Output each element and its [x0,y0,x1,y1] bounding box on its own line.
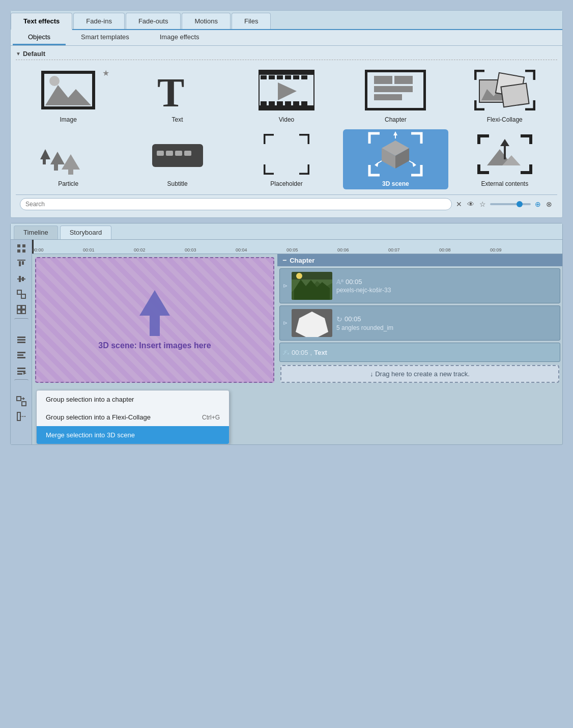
svg-rect-28 [501,83,529,107]
text-track-display: 𝓕ₓ 00:05, Text [283,349,557,356]
context-item-3d-scene[interactable]: Merge selection into 3D scene [37,426,229,444]
svg-rect-6 [259,105,314,110]
insert-zone[interactable]: 3D scene: Insert images here [35,257,274,383]
ruler-mark-2: 00:02 [134,247,146,253]
tl-btn-align-mid[interactable] [14,272,29,286]
tl-btn-line1 [14,318,28,331]
eye-icon[interactable]: 👁 [466,199,475,209]
object-item-image[interactable]: ★ Image [16,65,121,125]
svg-rect-66 [22,305,25,309]
svg-marker-29 [40,149,50,159]
svg-rect-18 [301,101,307,105]
chapter-label: Chapter [290,257,314,264]
object-item-placeholder[interactable]: Placeholder [234,129,339,189]
time-ruler: 00:00 00:01 00:02 00:03 00:04 00:05 00:0… [32,240,562,254]
svg-rect-39 [184,151,191,156]
svg-rect-83 [17,412,20,421]
ruler-mark-3: 00:03 [185,247,196,253]
object-item-particle[interactable]: Particle [16,129,121,189]
timeline-tabs: Timeline Storyboard [11,223,562,240]
tl-btn-stack3[interactable] [14,364,29,377]
svg-point-89 [296,273,302,279]
svg-rect-70 [17,339,25,341]
tl-btn-stack2[interactable] [14,349,29,362]
timeline-toolbar [11,240,32,444]
object-item-text[interactable]: T Text [125,65,230,125]
tab-text-effects[interactable]: Text effects [11,13,72,30]
tab-smart-templates[interactable]: Smart templates [66,30,145,45]
tab-objects[interactable]: Objects [13,30,66,45]
close-icon[interactable]: ✕ [455,199,463,209]
tab-motions[interactable]: Motions [182,13,231,29]
tab-fade-ins[interactable]: Fade-ins [73,13,125,29]
drag-banner[interactable]: ↓ Drag here to create a new track. [280,365,559,383]
svg-rect-54 [22,244,25,247]
video-icon [256,67,317,113]
flexi-collage-icon [474,67,535,113]
svg-rect-61 [19,276,21,282]
settings-icon[interactable]: ⊗ [545,199,553,209]
right-track: − Chapter ⊳ [277,254,562,386]
object-item-external-contents[interactable]: External contents [452,129,557,189]
svg-rect-22 [394,76,413,84]
track-info-1: 𝔸ᴮ 00:05 pexels-nejc-košir-33 [336,278,557,294]
object-item-3d-scene[interactable]: 3D scene [343,129,448,189]
object-item-chapter[interactable]: Chapter [343,65,448,125]
object-item-flexi-collage[interactable]: Flexi-Collage [452,65,557,125]
svg-rect-76 [17,371,25,372]
svg-rect-60 [17,278,25,279]
object-label-3d-scene: 3D scene [382,180,409,187]
table-row[interactable]: ⊳ 𝔸ᴮ [279,268,560,303]
tab-storyboard[interactable]: Storyboard [60,226,112,239]
particle-icon [38,131,99,177]
track-thumb-2 [292,309,332,337]
tl-btn-cut[interactable] [14,410,29,423]
star-icon: ★ [102,68,109,78]
section-header: ▼ Default [16,50,557,60]
tl-btn-ungroup[interactable] [14,303,29,316]
svg-rect-72 [17,352,25,353]
svg-rect-73 [17,354,23,356]
placeholder-icon [256,131,317,177]
ruler-mark-4: 00:04 [236,247,247,253]
object-label-video: Video [279,116,294,123]
tl-btn-grid[interactable] [14,242,29,255]
context-item-flexi-collage[interactable]: Group selection into a Flexi-Collage Ctr… [37,408,229,426]
object-label-flexi-collage: Flexi-Collage [487,116,523,123]
context-item-chapter[interactable]: Group selection into a chapter [37,390,229,408]
svg-rect-17 [293,101,299,105]
svg-rect-79 [17,397,21,401]
tabs-row1: Text effects Fade-ins Fade-outs Motions … [11,11,562,30]
tl-btn-merge[interactable] [14,395,29,408]
track-duration-1: 𝔸ᴮ 00:05 [336,278,557,286]
object-item-subtitle[interactable]: Subtitle [125,129,230,189]
tl-btn-align-top[interactable] [14,257,29,270]
tab-image-effects[interactable]: Image effects [145,30,215,45]
object-label-image: Image [60,116,77,123]
svg-rect-80 [22,402,26,406]
tab-timeline[interactable]: Timeline [14,226,58,239]
svg-rect-63 [17,290,21,294]
svg-rect-10 [285,75,291,79]
track-duration-2: ↻ 00:05 [336,315,557,323]
star-filter-icon[interactable]: ☆ [478,199,487,209]
chapter-header: − Chapter [277,254,562,266]
svg-marker-46 [412,162,416,167]
3d-scene-icon [365,131,426,177]
drop-arrow-icon [134,290,175,336]
object-item-video[interactable]: Video [234,65,339,125]
table-row[interactable]: ⊳ ↻ 00:05 5 angles ro [279,305,560,341]
tab-fade-outs[interactable]: Fade-outs [126,13,181,29]
zoom-slider[interactable] [490,203,531,205]
search-input[interactable] [20,198,452,210]
tabs-row2: Objects Smart templates Image effects [11,30,562,46]
tl-btn-stack[interactable] [14,333,29,347]
object-label-text: Text [172,116,183,123]
object-label-particle: Particle [58,180,78,187]
text-track-item[interactable]: 𝓕ₓ 00:05, Text [279,343,560,362]
tab-files[interactable]: Files [232,13,271,29]
add-icon[interactable]: ⊕ [534,199,542,209]
tl-btn-group[interactable] [14,288,29,301]
chapter-collapse-btn[interactable]: − [282,256,286,264]
svg-marker-52 [500,139,509,146]
